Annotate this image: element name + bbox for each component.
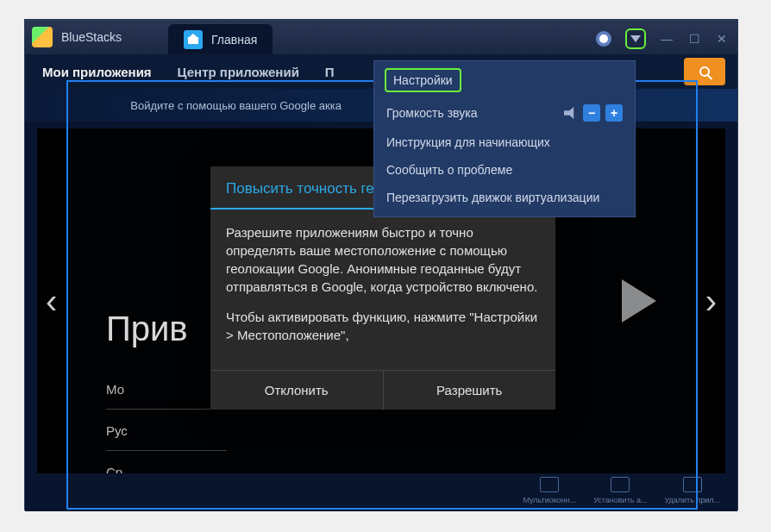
dialog-body: Разрешите приложениям быстро и точно опр…	[210, 210, 555, 370]
bluestacks-logo-icon	[32, 27, 53, 47]
dialog-actions: Отклонить Разрешить	[210, 370, 555, 410]
menu-restart[interactable]: Перезагрузить движок виртуализации	[374, 184, 635, 211]
account-icon[interactable]	[596, 31, 611, 47]
tab-home[interactable]: Главная	[168, 24, 273, 54]
dropdown-toggle[interactable]	[625, 28, 646, 49]
menu-tutorial[interactable]: Инструкция для начинающих	[374, 128, 635, 156]
carousel-next-arrow[interactable]: ›	[705, 282, 717, 321]
volume-controls: − +	[564, 104, 623, 122]
app-title: BlueStacks	[61, 30, 122, 44]
home-icon	[184, 30, 203, 49]
window-controls: — ☐ ✕	[596, 28, 729, 49]
nav-my-apps[interactable]: Мои приложения	[42, 65, 152, 79]
maximize-button[interactable]: ☐	[687, 32, 701, 46]
chevron-down-icon	[630, 35, 641, 42]
dialog-body-1: Разрешите приложениям быстро и точно опр…	[226, 223, 540, 296]
titlebar: BlueStacks Главная — ☐ ✕	[25, 20, 737, 54]
search-icon	[699, 66, 710, 77]
dialog-body-2: Чтобы активировать функцию, нажмите "Нас…	[226, 308, 540, 344]
tab-home-label: Главная	[211, 33, 257, 47]
menu-volume[interactable]: Громкость звука − +	[374, 97, 635, 128]
decline-button[interactable]: Отклонить	[210, 371, 384, 410]
speaker-icon[interactable]	[564, 107, 578, 119]
nav-help[interactable]: П	[325, 65, 335, 79]
volume-up-button[interactable]: +	[605, 104, 623, 122]
nav-app-center[interactable]: Центр приложений	[178, 65, 299, 79]
menu-settings[interactable]: Настройки	[385, 68, 461, 92]
allow-button[interactable]: Разрешить	[384, 371, 556, 410]
menu-volume-label: Громкость звука	[386, 106, 477, 120]
carousel-prev-arrow[interactable]: ‹	[46, 282, 57, 321]
volume-down-button[interactable]: −	[583, 104, 600, 122]
minimize-button[interactable]: —	[660, 32, 674, 46]
bluestacks-window: BlueStacks Главная — ☐ ✕ Мои приложения …	[24, 19, 738, 510]
settings-dropdown: Настройки Громкость звука − + Инструкция…	[373, 60, 636, 217]
menu-report[interactable]: Сообщить о проблеме	[374, 156, 635, 184]
close-button[interactable]: ✕	[715, 32, 729, 46]
